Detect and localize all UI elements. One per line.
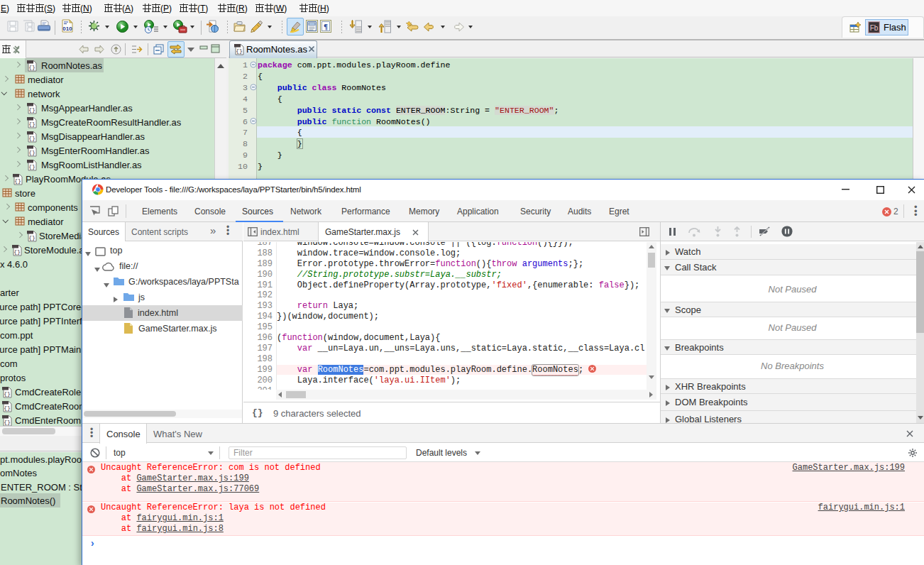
svg-text:¶: ¶ bbox=[324, 22, 328, 31]
svg-text:{}: {} bbox=[14, 177, 21, 184]
svg-text:{}: {} bbox=[28, 135, 35, 141]
svg-text:Fb: Fb bbox=[870, 24, 879, 32]
svg-text:010: 010 bbox=[62, 26, 72, 32]
svg-text:{}: {} bbox=[28, 64, 35, 70]
svg-text:{}: {} bbox=[28, 121, 35, 127]
svg-text:{}: {} bbox=[13, 248, 21, 255]
svg-text:{}: {} bbox=[28, 106, 35, 113]
svg-text:{}: {} bbox=[4, 390, 11, 397]
svg-text:{}: {} bbox=[4, 405, 11, 411]
svg-text:{}: {} bbox=[4, 419, 11, 425]
svg-text:{}: {} bbox=[28, 163, 35, 170]
svg-text:{}: {} bbox=[28, 234, 35, 241]
svg-text:{}: {} bbox=[28, 149, 35, 155]
svg-text:{}: {} bbox=[236, 48, 243, 54]
